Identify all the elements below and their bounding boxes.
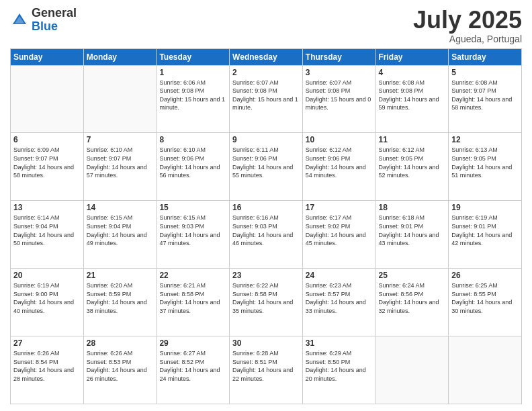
day-info: Sunrise: 6:23 AM Sunset: 8:57 PM Dayligh… [306, 281, 373, 315]
day-number: 29 [159, 338, 226, 348]
day-number: 23 [232, 271, 300, 280]
calendar-week-row: 6Sunrise: 6:09 AM Sunset: 9:07 PM Daylig… [11, 133, 522, 201]
calendar-cell: 10Sunrise: 6:12 AM Sunset: 9:06 PM Dayli… [302, 133, 375, 201]
calendar-cell: 11Sunrise: 6:12 AM Sunset: 9:05 PM Dayli… [375, 133, 449, 201]
day-number: 6 [13, 135, 81, 144]
day-info: Sunrise: 6:21 AM Sunset: 8:58 PM Dayligh… [159, 281, 226, 315]
calendar-cell: 5Sunrise: 6:08 AM Sunset: 9:07 PM Daylig… [449, 65, 522, 133]
day-number: 8 [159, 135, 226, 144]
calendar-cell: 4Sunrise: 6:08 AM Sunset: 9:08 PM Daylig… [375, 65, 449, 133]
day-number: 4 [379, 68, 446, 77]
weekday-header: Friday [375, 48, 449, 65]
day-number: 20 [13, 271, 81, 280]
calendar-cell: 29Sunrise: 6:27 AM Sunset: 8:52 PM Dayli… [157, 336, 230, 404]
day-number: 3 [306, 68, 373, 77]
calendar-cell: 20Sunrise: 6:19 AM Sunset: 9:00 PM Dayli… [11, 269, 84, 336]
logo-text: General Blue [32, 7, 77, 34]
weekday-header: Monday [83, 48, 157, 65]
day-info: Sunrise: 6:28 AM Sunset: 8:51 PM Dayligh… [232, 349, 300, 383]
day-info: Sunrise: 6:08 AM Sunset: 9:07 PM Dayligh… [451, 79, 519, 112]
calendar-cell: 17Sunrise: 6:17 AM Sunset: 9:02 PM Dayli… [302, 201, 375, 269]
day-number: 12 [451, 135, 519, 144]
calendar-cell: 1Sunrise: 6:06 AM Sunset: 9:08 PM Daylig… [157, 65, 230, 133]
calendar-cell: 31Sunrise: 6:29 AM Sunset: 8:50 PM Dayli… [302, 336, 375, 404]
calendar-cell: 8Sunrise: 6:10 AM Sunset: 9:06 PM Daylig… [157, 133, 230, 201]
day-info: Sunrise: 6:20 AM Sunset: 8:59 PM Dayligh… [87, 281, 154, 315]
weekday-header: Thursday [302, 48, 375, 65]
title-block: July 2025 Agueda, Portugal [413, 7, 522, 44]
main-title: July 2025 [413, 7, 522, 34]
calendar-week-row: 27Sunrise: 6:26 AM Sunset: 8:54 PM Dayli… [11, 336, 522, 404]
calendar-cell: 21Sunrise: 6:20 AM Sunset: 8:59 PM Dayli… [83, 269, 157, 336]
day-info: Sunrise: 6:15 AM Sunset: 9:03 PM Dayligh… [159, 214, 226, 247]
day-number: 18 [379, 203, 446, 212]
day-info: Sunrise: 6:22 AM Sunset: 8:58 PM Dayligh… [232, 281, 300, 315]
calendar-cell: 6Sunrise: 6:09 AM Sunset: 9:07 PM Daylig… [11, 133, 84, 201]
calendar-cell: 25Sunrise: 6:24 AM Sunset: 8:56 PM Dayli… [375, 269, 449, 336]
weekday-header: Wednesday [230, 48, 303, 65]
day-number: 30 [232, 338, 300, 348]
day-number: 16 [232, 203, 300, 212]
day-number: 7 [87, 135, 154, 144]
calendar-cell: 13Sunrise: 6:14 AM Sunset: 9:04 PM Dayli… [11, 201, 84, 269]
calendar-cell: 12Sunrise: 6:13 AM Sunset: 9:05 PM Dayli… [449, 133, 522, 201]
calendar-cell: 22Sunrise: 6:21 AM Sunset: 8:58 PM Dayli… [157, 269, 230, 336]
calendar-cell: 2Sunrise: 6:07 AM Sunset: 9:08 PM Daylig… [230, 65, 303, 133]
day-info: Sunrise: 6:10 AM Sunset: 9:07 PM Dayligh… [87, 146, 154, 179]
weekday-header: Saturday [449, 48, 522, 65]
calendar: SundayMondayTuesdayWednesdayThursdayFrid… [10, 48, 522, 404]
weekday-header: Sunday [11, 48, 84, 65]
calendar-week-row: 20Sunrise: 6:19 AM Sunset: 9:00 PM Dayli… [11, 269, 522, 336]
day-info: Sunrise: 6:26 AM Sunset: 8:54 PM Dayligh… [13, 349, 81, 383]
day-info: Sunrise: 6:11 AM Sunset: 9:06 PM Dayligh… [232, 146, 300, 179]
day-info: Sunrise: 6:17 AM Sunset: 9:02 PM Dayligh… [306, 214, 373, 247]
calendar-week-row: 13Sunrise: 6:14 AM Sunset: 9:04 PM Dayli… [11, 201, 522, 269]
day-info: Sunrise: 6:29 AM Sunset: 8:50 PM Dayligh… [306, 349, 373, 383]
day-info: Sunrise: 6:16 AM Sunset: 9:03 PM Dayligh… [232, 214, 300, 247]
day-number: 11 [379, 135, 446, 144]
calendar-cell: 9Sunrise: 6:11 AM Sunset: 9:06 PM Daylig… [230, 133, 303, 201]
day-info: Sunrise: 6:07 AM Sunset: 9:08 PM Dayligh… [232, 79, 300, 112]
day-number: 15 [159, 203, 226, 212]
day-info: Sunrise: 6:13 AM Sunset: 9:05 PM Dayligh… [451, 146, 519, 179]
day-number: 31 [306, 338, 373, 348]
day-number: 17 [306, 203, 373, 212]
logo: General Blue [10, 7, 77, 34]
day-number: 2 [232, 68, 300, 77]
page: General Blue July 2025 Agueda, Portugal … [0, 0, 532, 411]
day-info: Sunrise: 6:08 AM Sunset: 9:08 PM Dayligh… [379, 79, 446, 112]
day-info: Sunrise: 6:25 AM Sunset: 8:55 PM Dayligh… [451, 281, 519, 315]
day-number: 22 [159, 271, 226, 280]
day-number: 10 [306, 135, 373, 144]
calendar-cell: 24Sunrise: 6:23 AM Sunset: 8:57 PM Dayli… [302, 269, 375, 336]
calendar-cell: 27Sunrise: 6:26 AM Sunset: 8:54 PM Dayli… [11, 336, 84, 404]
day-info: Sunrise: 6:10 AM Sunset: 9:06 PM Dayligh… [159, 146, 226, 179]
day-number: 24 [306, 271, 373, 280]
calendar-cell: 7Sunrise: 6:10 AM Sunset: 9:07 PM Daylig… [83, 133, 157, 201]
day-number: 1 [159, 68, 226, 77]
day-info: Sunrise: 6:14 AM Sunset: 9:04 PM Dayligh… [13, 214, 81, 247]
subtitle: Agueda, Portugal [413, 34, 522, 44]
logo-blue: Blue [32, 20, 77, 34]
calendar-cell: 23Sunrise: 6:22 AM Sunset: 8:58 PM Dayli… [230, 269, 303, 336]
day-info: Sunrise: 6:18 AM Sunset: 9:01 PM Dayligh… [379, 214, 446, 247]
day-info: Sunrise: 6:24 AM Sunset: 8:56 PM Dayligh… [379, 281, 446, 315]
calendar-cell: 14Sunrise: 6:15 AM Sunset: 9:04 PM Dayli… [83, 201, 157, 269]
day-number: 27 [13, 338, 81, 348]
calendar-cell [83, 65, 157, 133]
day-info: Sunrise: 6:12 AM Sunset: 9:06 PM Dayligh… [306, 146, 373, 179]
logo-icon [10, 11, 29, 30]
day-info: Sunrise: 6:09 AM Sunset: 9:07 PM Dayligh… [13, 146, 81, 179]
day-info: Sunrise: 6:12 AM Sunset: 9:05 PM Dayligh… [379, 146, 446, 179]
calendar-cell: 28Sunrise: 6:26 AM Sunset: 8:53 PM Dayli… [83, 336, 157, 404]
weekday-header-row: SundayMondayTuesdayWednesdayThursdayFrid… [11, 48, 522, 65]
day-info: Sunrise: 6:19 AM Sunset: 9:00 PM Dayligh… [13, 281, 81, 315]
day-number: 19 [451, 203, 519, 212]
calendar-cell [375, 336, 449, 404]
day-info: Sunrise: 6:27 AM Sunset: 8:52 PM Dayligh… [159, 349, 226, 383]
day-info: Sunrise: 6:06 AM Sunset: 9:08 PM Dayligh… [159, 79, 226, 112]
calendar-cell [449, 336, 522, 404]
calendar-cell: 19Sunrise: 6:19 AM Sunset: 9:01 PM Dayli… [449, 201, 522, 269]
logo-general: General [32, 7, 77, 20]
day-number: 13 [13, 203, 81, 212]
